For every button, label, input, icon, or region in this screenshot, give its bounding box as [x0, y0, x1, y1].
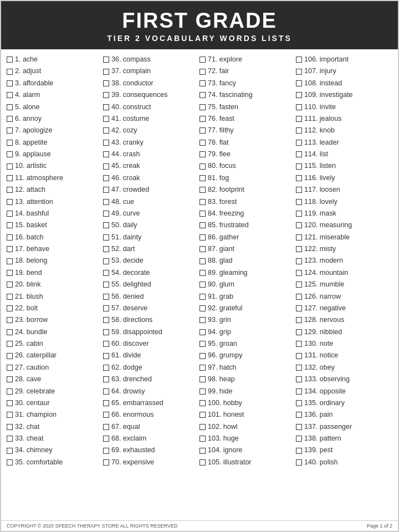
list-item[interactable]: 133. observing: [296, 374, 392, 385]
checkbox[interactable]: [7, 424, 13, 430]
checkbox[interactable]: [296, 317, 302, 323]
list-item[interactable]: 109. investigate: [296, 89, 392, 101]
list-item[interactable]: 71. explore: [200, 54, 296, 65]
checkbox[interactable]: [7, 69, 13, 75]
checkbox[interactable]: [200, 448, 206, 454]
checkbox[interactable]: [7, 317, 13, 323]
checkbox[interactable]: [7, 258, 13, 264]
checkbox[interactable]: [200, 116, 206, 122]
list-item[interactable]: 108. instead: [296, 78, 392, 89]
checkbox[interactable]: [103, 127, 109, 134]
list-item[interactable]: 36. compass: [103, 54, 200, 65]
list-item[interactable]: 105. illustrator: [200, 457, 296, 468]
list-item[interactable]: 2. adjust: [7, 65, 103, 77]
list-item[interactable]: 111. jealous: [296, 113, 392, 125]
list-item[interactable]: 7. apologize: [7, 125, 103, 136]
checkbox[interactable]: [7, 305, 13, 311]
checkbox[interactable]: [7, 175, 13, 181]
checkbox[interactable]: [296, 187, 302, 193]
list-item[interactable]: 22. bolt: [7, 303, 103, 314]
list-item[interactable]: 4. alarm: [7, 89, 103, 101]
checkbox[interactable]: [103, 140, 109, 146]
list-item[interactable]: 47. crowded: [103, 184, 200, 196]
list-item[interactable]: 70. expensive: [103, 457, 200, 468]
checkbox[interactable]: [296, 329, 302, 335]
list-item[interactable]: 137. passenger: [296, 421, 392, 433]
checkbox[interactable]: [103, 282, 109, 288]
checkbox[interactable]: [296, 104, 302, 110]
list-item[interactable]: 40. construct: [103, 101, 200, 113]
list-item[interactable]: 28. cave: [7, 374, 103, 385]
checkbox[interactable]: [103, 258, 109, 264]
checkbox[interactable]: [7, 365, 13, 371]
checkbox[interactable]: [103, 211, 109, 217]
list-item[interactable]: 11. atmosphere: [7, 172, 103, 184]
checkbox[interactable]: [200, 317, 206, 323]
checkbox[interactable]: [200, 459, 206, 466]
list-item[interactable]: 132. obey: [296, 362, 392, 374]
list-item[interactable]: 41. costume: [103, 113, 200, 125]
list-item[interactable]: 48. cue: [103, 196, 200, 208]
checkbox[interactable]: [200, 305, 206, 311]
list-item[interactable]: 92. grateful: [200, 303, 296, 314]
checkbox[interactable]: [103, 222, 109, 228]
list-item[interactable]: 126. narrow: [296, 291, 392, 303]
checkbox[interactable]: [103, 151, 109, 157]
checkbox[interactable]: [296, 436, 302, 442]
list-item[interactable]: 9. applause: [7, 149, 103, 160]
list-item[interactable]: 103. huge: [200, 433, 296, 444]
list-item[interactable]: 73. fancy: [200, 78, 296, 89]
list-item[interactable]: 20. blink: [7, 279, 103, 290]
checkbox[interactable]: [7, 448, 13, 454]
checkbox[interactable]: [296, 282, 302, 288]
list-item[interactable]: 72. fair: [200, 65, 296, 77]
checkbox[interactable]: [7, 376, 13, 382]
checkbox[interactable]: [200, 353, 206, 359]
checkbox[interactable]: [296, 234, 302, 241]
list-item[interactable]: 57. deserve: [103, 303, 200, 314]
list-item[interactable]: 35. comfortable: [7, 457, 103, 468]
list-item[interactable]: 63. drenched: [103, 374, 200, 385]
checkbox[interactable]: [7, 80, 13, 86]
checkbox[interactable]: [7, 282, 13, 288]
list-item[interactable]: 107. injury: [296, 65, 392, 77]
checkbox[interactable]: [103, 376, 109, 382]
list-item[interactable]: 1. ache: [7, 54, 103, 65]
list-item[interactable]: 135. ordinary: [296, 397, 392, 409]
list-item[interactable]: 121. miserable: [296, 232, 392, 243]
list-item[interactable]: 79. flee: [200, 149, 296, 160]
checkbox[interactable]: [296, 258, 302, 264]
checkbox[interactable]: [7, 199, 13, 205]
checkbox[interactable]: [200, 376, 206, 382]
checkbox[interactable]: [103, 329, 109, 335]
checkbox[interactable]: [7, 412, 13, 418]
checkbox[interactable]: [296, 69, 302, 75]
list-item[interactable]: 139. pest: [296, 444, 392, 456]
list-item[interactable]: 29. celebrate: [7, 386, 103, 397]
checkbox[interactable]: [200, 92, 206, 98]
checkbox[interactable]: [103, 448, 109, 454]
checkbox[interactable]: [7, 341, 13, 347]
checkbox[interactable]: [7, 151, 13, 157]
checkbox[interactable]: [200, 234, 206, 241]
list-item[interactable]: 65. embarrassed: [103, 397, 200, 409]
checkbox[interactable]: [7, 57, 13, 63]
list-item[interactable]: 112. knob: [296, 125, 392, 136]
list-item[interactable]: 75. fasten: [200, 101, 296, 113]
list-item[interactable]: 129. nibbled: [296, 326, 392, 338]
list-item[interactable]: 77. filthy: [200, 125, 296, 136]
list-item[interactable]: 102. howl: [200, 421, 296, 433]
checkbox[interactable]: [103, 400, 109, 406]
list-item[interactable]: 33. cheat: [7, 433, 103, 444]
checkbox[interactable]: [200, 69, 206, 75]
checkbox[interactable]: [103, 92, 109, 98]
checkbox[interactable]: [7, 388, 13, 395]
list-item[interactable]: 37. complain: [103, 65, 200, 77]
list-item[interactable]: 80. focus: [200, 160, 296, 172]
checkbox[interactable]: [296, 92, 302, 98]
checkbox[interactable]: [296, 353, 302, 359]
checkbox[interactable]: [200, 400, 206, 406]
list-item[interactable]: 6. annoy: [7, 113, 103, 125]
list-item[interactable]: 118. lovely: [296, 196, 392, 208]
checkbox[interactable]: [200, 341, 206, 347]
